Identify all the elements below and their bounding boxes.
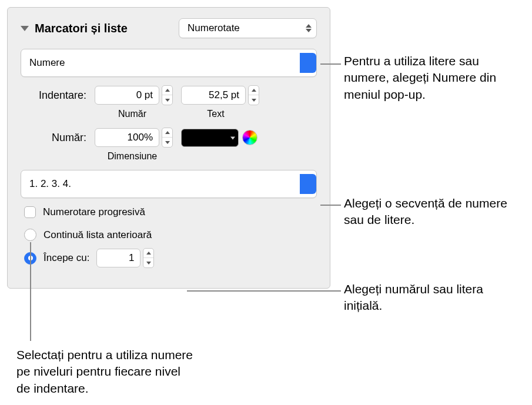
- list-style-popup[interactable]: Numerotate: [179, 18, 317, 38]
- tiered-numbers-checkbox[interactable]: [24, 206, 36, 218]
- indent-number-input[interactable]: 0 pt: [95, 86, 159, 105]
- indent-captions: Număr Text: [95, 109, 317, 119]
- tiered-numbers-row: Numerotare progresivă: [24, 206, 317, 218]
- number-size-row: Număr: 100%: [21, 128, 317, 148]
- start-from-input[interactable]: 1: [96, 249, 140, 267]
- continue-previous-radio[interactable]: [24, 229, 36, 241]
- number-color-well: [181, 129, 257, 147]
- indent-number-stepper[interactable]: 0 pt: [95, 85, 173, 105]
- disclosure-triangle-icon[interactable]: [21, 26, 29, 31]
- stepper-arrows-icon[interactable]: [248, 85, 259, 105]
- list-style-value: Numerotate: [188, 22, 240, 34]
- callout-line: [320, 63, 341, 65]
- continue-previous-row: Continuă lista anterioară: [24, 229, 317, 241]
- number-size-label: Număr:: [21, 132, 86, 144]
- indent-text-caption: Text: [178, 109, 253, 119]
- sequence-value: 1. 2. 3. 4.: [29, 178, 71, 190]
- tiered-numbers-label: Numerotare progresivă: [43, 206, 145, 218]
- indent-text-stepper[interactable]: 52,5 pt: [181, 85, 259, 105]
- indent-row: Indentare: 0 pt 52,5 pt: [21, 85, 317, 105]
- start-from-stepper[interactable]: 1: [96, 248, 154, 268]
- continuation-radio-group: Continuă lista anterioară Începe cu: 1: [24, 229, 317, 268]
- callout-line: [30, 242, 31, 341]
- indent-label: Indentare:: [21, 89, 86, 102]
- callout-sequence: Alegeți o secvență de numere sau de lite…: [344, 195, 520, 229]
- start-from-label: Începe cu:: [44, 252, 89, 264]
- indent-text-input[interactable]: 52,5 pt: [181, 86, 246, 105]
- callout-line: [320, 205, 341, 206]
- number-size-stepper[interactable]: 100%: [95, 128, 173, 148]
- updown-arrows-icon: [306, 24, 312, 32]
- callout-type: Pentru a utiliza litere sau numere, aleg…: [344, 53, 514, 103]
- bullets-lists-panel: Marcatori și liste Numerotate Numere Ind…: [7, 7, 330, 289]
- section-title: Marcatori și liste: [35, 22, 128, 35]
- number-type-value: Numere: [29, 57, 65, 69]
- updown-arrows-icon: [300, 53, 316, 73]
- callout-start: Alegeți numărul sau litera inițială.: [344, 281, 497, 314]
- callout-tiered: Selectați pentru a utiliza numere pe niv…: [16, 347, 193, 397]
- continue-previous-label: Continuă lista anterioară: [44, 229, 152, 241]
- stepper-arrows-icon[interactable]: [143, 248, 154, 268]
- section-header: Marcatori și liste Numerotate: [21, 18, 317, 38]
- number-type-popup[interactable]: Numere: [21, 49, 317, 77]
- start-from-row: Începe cu: 1: [24, 248, 317, 268]
- stepper-arrows-icon[interactable]: [162, 128, 173, 148]
- indent-number-caption: Număr: [95, 109, 170, 119]
- sequence-popup[interactable]: 1. 2. 3. 4.: [21, 170, 317, 198]
- number-size-input[interactable]: 100%: [95, 128, 159, 147]
- color-wheel-icon[interactable]: [242, 130, 257, 145]
- stepper-arrows-icon[interactable]: [162, 85, 173, 105]
- updown-arrows-icon: [300, 174, 316, 194]
- color-swatch[interactable]: [181, 129, 239, 147]
- number-size-caption: Dimensiune: [95, 151, 170, 162]
- callout-line: [187, 290, 341, 292]
